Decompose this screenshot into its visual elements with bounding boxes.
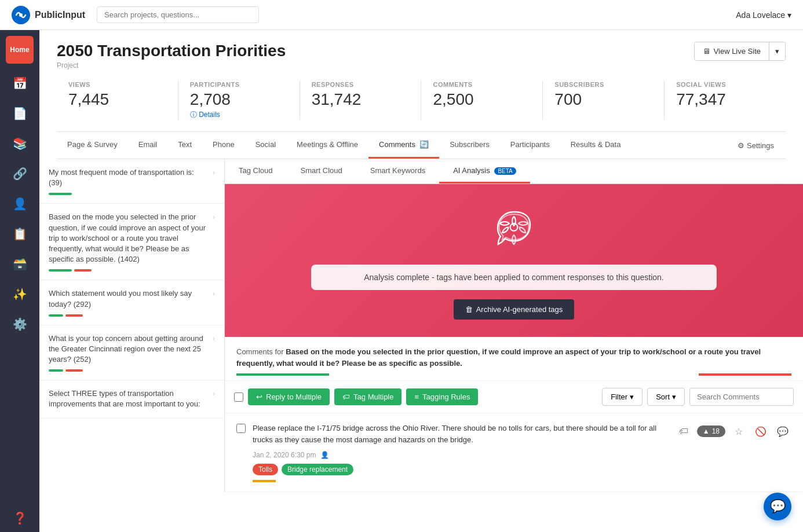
view-live-button[interactable]: 🖥 View Live Site ▾ [694,42,786,61]
search-input[interactable] [97,6,259,23]
reply-icon[interactable]: 💬 [774,423,791,440]
view-live-dropdown-arrow[interactable]: ▾ [769,42,785,60]
document-icon: 📄 [13,107,27,120]
tab-participants[interactable]: Participants [500,132,560,159]
chat-fab[interactable]: 💬 [764,493,791,520]
tag-tolls[interactable]: Tolls [253,464,278,475]
tab-meetings[interactable]: Meetings & Offline [286,132,368,159]
reply-to-multiple-button[interactable]: ↩ Reply to Multiple [248,388,330,405]
list-item[interactable]: What is your top concern about getting a… [39,325,224,381]
participants-detail[interactable]: ⓘ Details [190,110,288,120]
tab-smart-cloud[interactable]: Smart Cloud [287,159,356,184]
chevron-right-icon: › [213,168,215,177]
sidebar-item-documents[interactable]: 📄 [6,100,34,127]
sidebar-item-home[interactable]: Home [6,36,34,64]
stats-bar: VIEWS 7,445 PARTICIPANTS 2,708 ⓘ Details… [57,69,786,132]
sort-button[interactable]: Sort ▾ [647,388,685,406]
filter-button[interactable]: Filter ▾ [602,388,643,406]
logo[interactable]: PublicInput [12,6,85,24]
chevron-right-icon: › [213,289,215,298]
stat-responses: RESPONSES 31,742 [300,81,422,120]
context-prefix: Comments for [236,347,286,356]
stat-participants: PARTICIPANTS 2,708 ⓘ Details [178,81,300,120]
sidebar-item-calendar[interactable]: 📅 [6,69,34,97]
tab-text[interactable]: Text [167,132,202,159]
tab-results[interactable]: Results & Data [560,132,632,159]
subscribers-value: 700 [554,90,652,109]
tab-email[interactable]: Email [128,132,168,159]
sidebar-item-library[interactable]: 📚 [6,130,34,157]
question-text: Which statement would you most likely sa… [49,288,213,309]
comment-actions: 🏷 ▲ 18 ☆ 🚫 💬 [675,423,791,440]
star-icon[interactable]: ☆ [730,423,747,440]
question-text: What is your top concern about getting a… [49,333,213,365]
svg-point-2 [510,223,518,231]
list-item[interactable]: Select THREE types of transportation imp… [39,380,224,418]
sidebar-item-reports[interactable]: 📋 [6,220,34,248]
select-all-checkbox[interactable] [234,392,243,402]
archive-tags-button[interactable]: 🗑 Archive AI-generated tags [454,299,575,320]
tab-comments[interactable]: Comments 🔄 [368,132,439,159]
social-views-label: SOCIAL VIEWS [676,81,774,88]
question-text: My most frequent mode of transportation … [49,167,213,188]
sidebar-item-share[interactable]: 🔗 [6,160,34,188]
user-menu[interactable]: Ada Lovelace [736,10,791,20]
external-link-icon: 🖥 [703,47,710,56]
tag-action-icon[interactable]: 🏷 [675,423,692,440]
tab-ai-analysis[interactable]: AI Analysis BETA [439,159,530,184]
context-bar-negative [699,373,791,376]
sort-chevron-icon: ▾ [672,392,676,401]
tab-settings[interactable]: ⚙ Settings [726,133,786,158]
sentiment-bar-positive [49,269,72,271]
tag-bridge-replacement[interactable]: Bridge replacement [282,464,353,475]
project-header: 2050 Transportation Priorities Project 🖥… [39,30,803,159]
questions-panel: My most frequent mode of transportation … [39,159,225,492]
list-item[interactable]: Which statement would you most likely sa… [39,280,224,325]
ai-banner: Analysis complete - tags have been appli… [225,184,803,337]
comment-meta: Jan 2, 2020 6:30 pm 👤 [253,451,668,459]
rules-icon: ≡ [414,392,419,401]
hide-icon[interactable]: 🚫 [752,423,769,440]
sidebar-item-settings[interactable]: ⚙️ [6,310,34,338]
tab-smart-keywords[interactable]: Smart Keywords [356,159,439,184]
sentiment-bar-positive [49,369,63,372]
tagging-rules-button[interactable]: ≡ Tagging Rules [406,388,478,405]
chat-icon: 💬 [770,499,786,514]
sidebar-item-ai[interactable]: ✨ [6,280,34,308]
filter-label: Filter [611,392,627,401]
user-icon: 👤 [320,451,329,459]
tag-multiple-button[interactable]: 🏷 Tag Multiple [334,388,402,405]
comment-context: Comments for Based on the mode you selec… [225,337,803,381]
rules-label: Tagging Rules [422,392,470,401]
calendar-icon: 📅 [13,76,27,90]
search-comments-input[interactable] [689,388,794,406]
stat-views: VIEWS 7,445 [57,81,178,120]
tab-subscribers[interactable]: Subscribers [439,132,500,159]
sort-label: Sort [656,392,670,401]
tab-page-survey[interactable]: Page & Survey [57,132,128,159]
vote-badge[interactable]: ▲ 18 [697,425,725,437]
sidebar-item-help[interactable]: ❓ [6,504,34,532]
chevron-right-icon: › [213,335,215,343]
responses-value: 31,742 [312,90,410,109]
ai-message: Analysis complete - tags have been appli… [311,265,717,290]
list-item[interactable]: Based on the mode you selected in the pr… [39,204,224,280]
ai-message-text: Analysis complete - tags have been appli… [364,273,664,282]
sentiment-bar-negative [74,269,92,271]
project-title: 2050 Transportation Priorities [57,42,286,60]
people-icon: 👤 [13,197,27,211]
sidebar-item-archive[interactable]: 🗃️ [6,250,34,278]
sub-tab-nav: Tag Cloud Smart Cloud Smart Keywords AI … [225,159,803,184]
sentiment-bar-negative [65,314,83,317]
tag-icon: 🏷 [342,392,350,401]
comment-bar [253,480,276,482]
tab-phone[interactable]: Phone [202,132,245,159]
tab-social[interactable]: Social [245,132,286,159]
sidebar-item-people[interactable]: 👤 [6,190,34,218]
tab-tag-cloud[interactable]: Tag Cloud [225,159,287,184]
search-area [97,6,736,23]
social-views-value: 77,347 [676,90,774,109]
context-bar-positive [236,373,329,376]
comment-checkbox[interactable] [236,424,246,433]
list-item[interactable]: My most frequent mode of transportation … [39,159,224,204]
